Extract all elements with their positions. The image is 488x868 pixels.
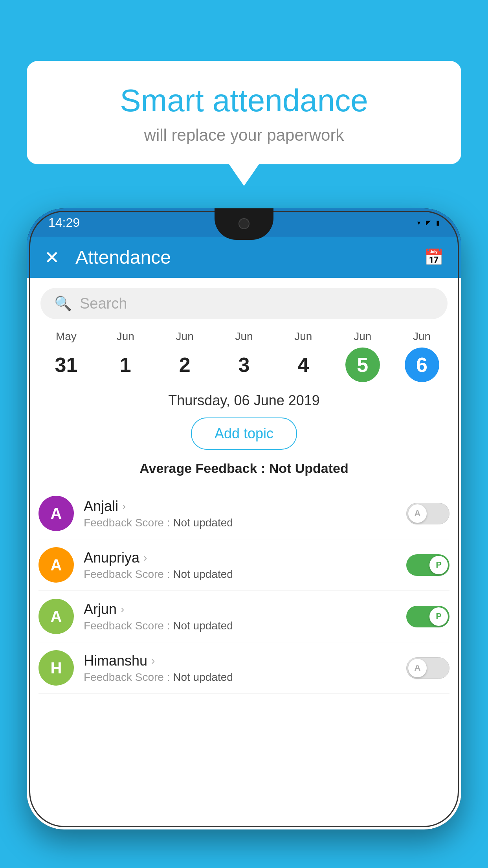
status-time: 14:29 <box>48 215 80 230</box>
search-icon: 🔍 <box>54 295 72 312</box>
calendar-date-number: 3 <box>227 348 261 382</box>
battery-icon: ▮ <box>436 219 440 226</box>
calendar-month-label: Jun <box>294 330 312 343</box>
feedback-value: Not updated <box>173 517 233 529</box>
avg-feedback-label: Average Feedback : <box>139 461 269 476</box>
calendar-day-2[interactable]: Jun2 <box>155 330 215 382</box>
student-info: Anupriya ›Feedback Score : Not updated <box>84 550 396 581</box>
calendar-date-number: 4 <box>286 348 321 382</box>
chevron-right-icon: › <box>143 552 147 564</box>
app-bar-title: Attendance <box>75 246 424 268</box>
toggle-knob: P <box>429 607 448 626</box>
speech-bubble-wrapper: Smart attendance will replace your paper… <box>27 61 461 186</box>
calendar-day-5[interactable]: Jun5 <box>333 330 392 382</box>
calendar-month-label: Jun <box>176 330 194 343</box>
student-name[interactable]: Anjali › <box>84 498 396 515</box>
student-feedback: Feedback Score : Not updated <box>84 671 396 684</box>
add-topic-button[interactable]: Add topic <box>191 417 297 450</box>
student-item: AArjun ›Feedback Score : Not updatedP <box>39 591 449 642</box>
hero-title: Smart attendance <box>50 83 438 119</box>
chevron-right-icon: › <box>122 500 126 513</box>
phone-notch <box>215 208 273 240</box>
speech-bubble-tail <box>229 164 259 186</box>
student-name[interactable]: Anupriya › <box>84 550 396 566</box>
student-item: AAnupriya ›Feedback Score : Not updatedP <box>39 539 449 591</box>
calendar-date-number: 5 <box>345 348 380 382</box>
search-placeholder: Search <box>80 295 127 312</box>
attendance-toggle[interactable]: A <box>406 503 449 524</box>
calendar-date-number: 1 <box>108 348 143 382</box>
student-info: Himanshu ›Feedback Score : Not updated <box>84 653 396 684</box>
student-feedback: Feedback Score : Not updated <box>84 620 396 632</box>
close-button[interactable]: ✕ <box>44 248 60 267</box>
calendar-date-number: 6 <box>405 348 439 382</box>
calendar-date-number: 2 <box>167 348 202 382</box>
student-avatar: H <box>39 650 74 686</box>
attendance-toggle[interactable]: P <box>406 554 449 576</box>
chevron-right-icon: › <box>121 603 124 616</box>
calendar-month-label: Jun <box>235 330 253 343</box>
toggle-knob: P <box>429 556 448 574</box>
phone-wrapper: 14:29 ▾ ◤ ▮ ✕ Attendance 📅 🔍 Search May3… <box>27 208 461 868</box>
search-bar[interactable]: 🔍 Search <box>40 288 448 319</box>
calendar-button[interactable]: 📅 <box>424 248 444 267</box>
status-icons: ▾ ◤ ▮ <box>417 219 440 226</box>
average-feedback: Average Feedback : Not Updated <box>27 461 461 476</box>
calendar-month-label: Jun <box>413 330 431 343</box>
student-list: AAnjali ›Feedback Score : Not updatedAAA… <box>27 488 461 694</box>
student-info: Anjali ›Feedback Score : Not updated <box>84 498 396 529</box>
student-avatar: A <box>39 547 74 583</box>
toggle-knob: A <box>408 659 427 677</box>
calendar-month-label: May <box>56 330 77 343</box>
phone-screen: 🔍 Search May31Jun1Jun2Jun3Jun4Jun5Jun6 T… <box>27 278 461 829</box>
student-item: AAnjali ›Feedback Score : Not updatedA <box>39 488 449 539</box>
attendance-toggle[interactable]: P <box>406 606 449 627</box>
student-avatar: A <box>39 496 74 531</box>
app-bar: ✕ Attendance 📅 <box>27 237 461 278</box>
calendar-day-6[interactable]: Jun6 <box>392 330 451 382</box>
hero-subtitle: will replace your paperwork <box>50 126 438 145</box>
signal-icon: ◤ <box>426 219 431 226</box>
chevron-right-icon: › <box>151 655 155 667</box>
phone-frame: 14:29 ▾ ◤ ▮ ✕ Attendance 📅 🔍 Search May3… <box>27 208 461 829</box>
student-name[interactable]: Arjun › <box>84 601 396 618</box>
speech-bubble: Smart attendance will replace your paper… <box>27 61 461 164</box>
calendar-date-number: 31 <box>49 348 83 382</box>
student-info: Arjun ›Feedback Score : Not updated <box>84 601 396 632</box>
feedback-value: Not updated <box>173 671 233 683</box>
avg-feedback-value: Not Updated <box>269 461 349 476</box>
calendar-month-label: Jun <box>117 330 134 343</box>
selected-date: Thursday, 06 June 2019 <box>27 392 461 409</box>
feedback-value: Not updated <box>173 620 233 632</box>
wifi-icon: ▾ <box>417 219 420 226</box>
calendar-day-0[interactable]: May31 <box>37 330 96 382</box>
calendar-day-4[interactable]: Jun4 <box>273 330 333 382</box>
calendar-day-3[interactable]: Jun3 <box>215 330 274 382</box>
front-camera <box>238 218 250 229</box>
toggle-knob: A <box>408 504 427 523</box>
student-avatar: A <box>39 599 74 634</box>
student-item: HHimanshu ›Feedback Score : Not updatedA <box>39 642 449 694</box>
calendar-month-label: Jun <box>354 330 371 343</box>
student-feedback: Feedback Score : Not updated <box>84 517 396 529</box>
feedback-value: Not updated <box>173 568 233 580</box>
student-feedback: Feedback Score : Not updated <box>84 568 396 581</box>
calendar-strip: May31Jun1Jun2Jun3Jun4Jun5Jun6 <box>27 326 461 389</box>
attendance-toggle[interactable]: A <box>406 657 449 679</box>
calendar-day-1[interactable]: Jun1 <box>96 330 155 382</box>
student-name[interactable]: Himanshu › <box>84 653 396 669</box>
